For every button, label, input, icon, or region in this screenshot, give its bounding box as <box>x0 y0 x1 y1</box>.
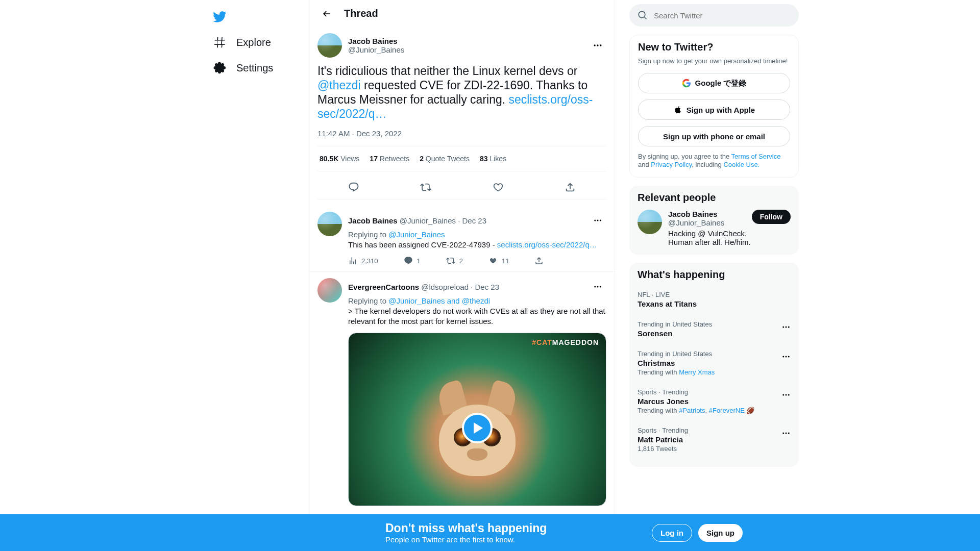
page-title: Thread <box>344 8 378 19</box>
svg-point-5 <box>600 220 601 221</box>
replying-to: Replying to @Junior_Baines and @thezdi <box>348 296 606 305</box>
banner-subtitle: People on Twitter are the first to know. <box>385 535 652 544</box>
stat-retweets[interactable]: 17 Retweets <box>370 155 409 163</box>
mention-link[interactable]: @thezdi <box>317 79 361 92</box>
like-button[interactable] <box>488 178 508 197</box>
more-icon <box>593 282 602 291</box>
more-icon <box>593 40 603 51</box>
signup-button[interactable]: Sign up <box>698 524 743 542</box>
banner-title: Don't miss what's happening <box>385 521 652 535</box>
cookie-link[interactable]: Cookie Use. <box>723 161 760 168</box>
more-icon <box>781 322 791 332</box>
trend-item[interactable]: Sports · Trending Marcus Jones Trending … <box>638 382 791 420</box>
views-button[interactable]: 2,310 <box>348 256 378 265</box>
login-button[interactable]: Log in <box>652 524 692 542</box>
tweet-text: This has been assigned CVE-2022-47939 - … <box>348 240 606 250</box>
person-name[interactable]: Jacob Baines <box>668 210 752 218</box>
relevant-people-card: Relevant people Jacob Baines @Junior_Bai… <box>629 186 799 255</box>
share-button[interactable] <box>534 256 544 265</box>
signup-title: New to Twitter? <box>638 41 790 53</box>
trend-item[interactable]: Sports · Trending Matt Patricia 1,816 Tw… <box>638 420 791 459</box>
author-handle[interactable]: @Junior_Baines <box>348 45 589 54</box>
trend-more-button[interactable] <box>777 318 795 336</box>
svg-point-14 <box>788 356 790 358</box>
privacy-link[interactable]: Privacy Policy <box>651 161 692 168</box>
trend-more-button[interactable] <box>777 348 795 365</box>
svg-point-12 <box>782 356 784 358</box>
author-name[interactable]: Jacob Baines <box>348 37 589 45</box>
trend-item[interactable]: NFL · LIVE Texans at Titans <box>638 285 791 314</box>
tweet-more-button[interactable] <box>589 37 606 54</box>
svg-point-9 <box>782 327 784 328</box>
replying-to: Replying to @Junior_Baines <box>348 230 606 239</box>
relevant-title: Relevant people <box>638 192 791 204</box>
happening-title: What's happening <box>638 269 791 281</box>
trend-item[interactable]: Trending in United States Sorensen <box>638 314 791 344</box>
author-name[interactable]: Jacob Baines <box>348 216 398 225</box>
more-icon <box>781 352 791 361</box>
svg-point-3 <box>594 220 596 221</box>
main-tweet: Jacob Baines @Junior_Baines It's ridicul… <box>309 27 615 206</box>
reply-tweet[interactable]: EvergreenCartoons @ldsopreload · Dec 23 … <box>309 272 615 512</box>
search-box[interactable] <box>629 4 799 27</box>
reply-button[interactable] <box>344 178 363 197</box>
thread-header: Thread <box>309 0 615 27</box>
back-button[interactable] <box>317 5 336 23</box>
avatar[interactable] <box>317 33 342 58</box>
svg-point-16 <box>786 394 787 396</box>
author-handle[interactable]: @Junior_Baines · Dec 23 <box>400 216 486 225</box>
nav-explore-label: Explore <box>236 37 271 48</box>
tweet-more-button[interactable] <box>589 278 606 295</box>
more-icon <box>781 390 791 399</box>
signup-phone-button[interactable]: Sign up with phone or email <box>638 126 790 146</box>
follow-button[interactable]: Follow <box>752 210 791 224</box>
signup-google-button[interactable]: Google で登録 <box>638 73 790 93</box>
external-link[interactable]: seclists.org/oss-sec/2022/q… <box>497 240 597 249</box>
retweet-button[interactable] <box>416 178 435 197</box>
svg-point-4 <box>597 220 599 221</box>
avatar[interactable] <box>317 212 342 236</box>
avatar[interactable] <box>317 278 342 303</box>
trend-more-button[interactable] <box>777 424 795 442</box>
svg-point-15 <box>782 394 784 396</box>
like-button[interactable]: 11 <box>488 256 509 265</box>
svg-point-6 <box>594 286 596 288</box>
whats-happening-card: What's happening NFL · LIVE Texans at Ti… <box>629 263 799 467</box>
avatar[interactable] <box>638 210 662 234</box>
tweet-timestamp[interactable]: 11:42 AM · Dec 23, 2022 <box>317 129 606 138</box>
reply-button[interactable]: 1 <box>404 256 421 265</box>
signup-card: New to Twitter? Sign up now to get your … <box>629 35 799 178</box>
trend-item[interactable]: Trending in United States Christmas Tren… <box>638 344 791 382</box>
author-name[interactable]: EvergreenCartoons <box>348 283 419 291</box>
tweet-media[interactable]: #CATMAGEDDON <box>348 333 606 506</box>
google-icon <box>682 79 691 88</box>
retweet-icon <box>420 182 431 193</box>
tweet-stats: 80.5K Views 17 Retweets 2 Quote Tweets 8… <box>317 146 606 171</box>
reply-icon <box>404 256 413 265</box>
stat-views[interactable]: 80.5K Views <box>320 155 359 163</box>
stat-quotes[interactable]: 2 Quote Tweets <box>420 155 470 163</box>
svg-point-0 <box>594 44 596 46</box>
share-icon <box>534 256 544 265</box>
search-input[interactable] <box>654 11 791 20</box>
trend-more-button[interactable] <box>777 386 795 404</box>
svg-point-8 <box>600 286 601 288</box>
share-button[interactable] <box>560 178 580 197</box>
svg-point-20 <box>788 433 790 434</box>
relevant-person[interactable]: Jacob Baines @Junior_Baines Hacking @ Vu… <box>638 210 791 246</box>
play-button[interactable] <box>462 413 493 443</box>
person-handle[interactable]: @Junior_Baines <box>668 218 752 227</box>
nav-settings[interactable]: Settings <box>207 55 287 81</box>
signup-apple-button[interactable]: Sign up with Apple <box>638 99 790 120</box>
twitter-logo[interactable] <box>207 4 232 30</box>
stat-likes[interactable]: 83 Likes <box>480 155 506 163</box>
chart-icon <box>348 256 357 265</box>
reply-tweet[interactable]: Jacob Baines @Junior_Baines · Dec 23 Rep… <box>309 206 615 272</box>
author-handle[interactable]: @ldsopreload · Dec 23 <box>421 283 499 291</box>
gear-icon <box>213 61 226 74</box>
nav-explore[interactable]: Explore <box>207 30 285 55</box>
tweet-more-button[interactable] <box>589 212 606 229</box>
tos-link[interactable]: Terms of Service <box>731 153 781 160</box>
search-icon <box>638 10 648 20</box>
retweet-button[interactable]: 2 <box>446 256 463 265</box>
